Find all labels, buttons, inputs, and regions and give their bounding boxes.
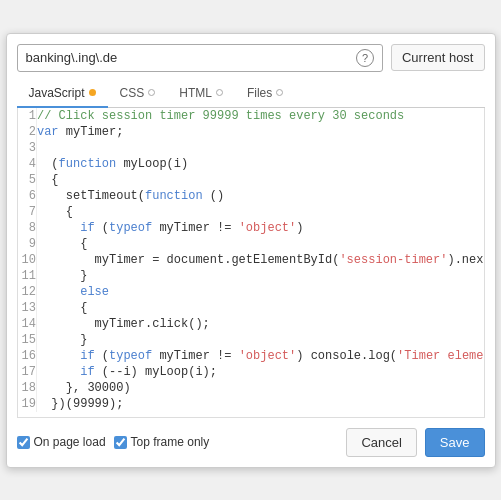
line-number: 18 [18,380,37,396]
line-number: 12 [18,284,37,300]
line-number: 14 [18,316,37,332]
snippet-editor-dialog: ? Current host JavaScript CSS HTML Files… [6,33,496,468]
tab-files[interactable]: Files [235,80,295,108]
table-row: 18 }, 30000) [18,380,484,396]
top-frame-only-checkbox[interactable] [114,436,127,449]
table-row: 3 [18,140,484,156]
current-host-button[interactable]: Current host [391,44,485,71]
table-row: 11 } [18,268,484,284]
line-code: // Click session timer 99999 times every… [36,108,483,124]
on-page-load-checkbox[interactable] [17,436,30,449]
table-row: 7 { [18,204,484,220]
table-row: 16 if (typeof myTimer != 'object') conso… [18,348,484,364]
table-row: 4 (function myLoop(i) [18,156,484,172]
tabs-bar: JavaScript CSS HTML Files [17,80,485,108]
line-code: } [36,268,483,284]
tab-css[interactable]: CSS [108,80,168,108]
line-number: 11 [18,268,37,284]
line-code: } [36,332,483,348]
tab-javascript-dot [89,89,96,96]
line-code: myTimer = document.getElementById('sessi… [36,252,483,268]
tab-html-dot [216,89,223,96]
line-number: 2 [18,124,37,140]
table-row: 12 else [18,284,484,300]
footer: On page load Top frame only Cancel Save [17,428,485,457]
line-code: if (typeof myTimer != 'object') [36,220,483,236]
table-row: 5 { [18,172,484,188]
table-row: 17 if (--i) myLoop(i); [18,364,484,380]
line-code: (function myLoop(i) [36,156,483,172]
line-number: 4 [18,156,37,172]
table-row: 15 } [18,332,484,348]
table-row: 19 })(99999); [18,396,484,412]
line-code: { [36,300,483,316]
tab-css-label: CSS [120,86,145,100]
on-page-load-label[interactable]: On page load [17,435,106,449]
line-code: { [36,236,483,252]
top-frame-only-text: Top frame only [131,435,210,449]
search-box: ? [17,44,383,72]
tab-html[interactable]: HTML [167,80,235,108]
top-frame-only-label[interactable]: Top frame only [114,435,210,449]
table-row: 1// Click session timer 99999 times ever… [18,108,484,124]
line-number: 19 [18,396,37,412]
line-number: 16 [18,348,37,364]
table-row: 14 myTimer.click(); [18,316,484,332]
line-code: { [36,204,483,220]
table-row: 6 setTimeout(function () [18,188,484,204]
line-number: 10 [18,252,37,268]
line-number: 3 [18,140,37,156]
table-row: 8 if (typeof myTimer != 'object') [18,220,484,236]
line-code: if (--i) myLoop(i); [36,364,483,380]
line-number: 15 [18,332,37,348]
tab-css-dot [148,89,155,96]
host-search-input[interactable] [26,50,356,65]
tab-files-label: Files [247,86,272,100]
line-code: myTimer.click(); [36,316,483,332]
table-row: 13 { [18,300,484,316]
code-editor[interactable]: 1// Click session timer 99999 times ever… [17,108,485,418]
line-code: else [36,284,483,300]
line-code: }, 30000) [36,380,483,396]
help-icon[interactable]: ? [356,49,374,67]
line-number: 1 [18,108,37,124]
line-number: 9 [18,236,37,252]
on-page-load-text: On page load [34,435,106,449]
tab-html-label: HTML [179,86,212,100]
line-code: setTimeout(function () [36,188,483,204]
line-number: 7 [18,204,37,220]
line-number: 8 [18,220,37,236]
tab-files-dot [276,89,283,96]
line-number: 6 [18,188,37,204]
line-code: { [36,172,483,188]
line-number: 17 [18,364,37,380]
header-row: ? Current host [17,44,485,72]
cancel-button[interactable]: Cancel [346,428,416,457]
line-code: })(99999); [36,396,483,412]
save-button[interactable]: Save [425,428,485,457]
tab-javascript-label: JavaScript [29,86,85,100]
table-row: 9 { [18,236,484,252]
line-number: 5 [18,172,37,188]
line-code [36,140,483,156]
line-code: var myTimer; [36,124,483,140]
table-row: 2var myTimer; [18,124,484,140]
line-code: if (typeof myTimer != 'object') console.… [36,348,483,364]
tab-javascript[interactable]: JavaScript [17,80,108,108]
line-number: 13 [18,300,37,316]
table-row: 10 myTimer = document.getElementById('se… [18,252,484,268]
